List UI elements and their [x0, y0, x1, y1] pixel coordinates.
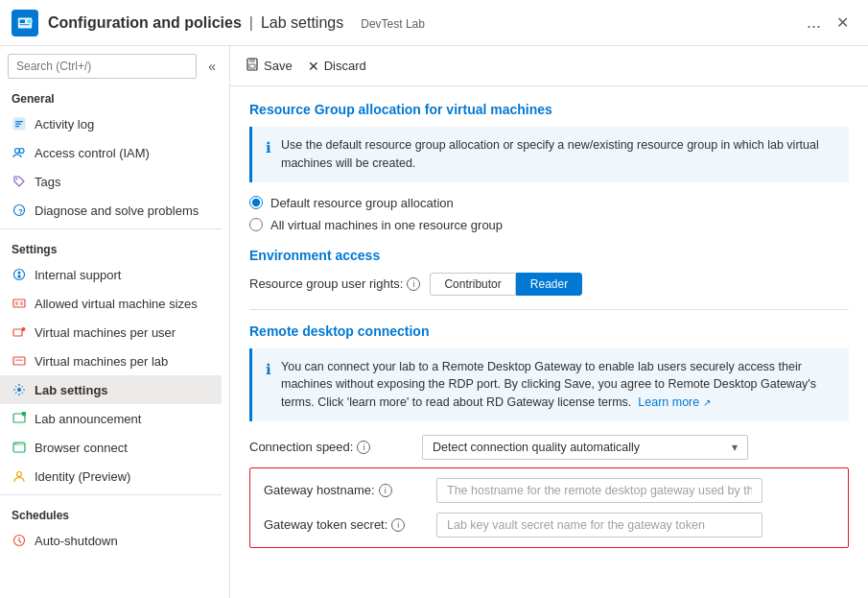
- save-label: Save: [264, 59, 293, 73]
- tags-icon: [12, 174, 27, 189]
- gateway-hostname-label: Gateway hostname: i: [264, 483, 427, 497]
- main-title: Configuration and policies: [48, 14, 242, 32]
- gateway-section: Gateway hostname: i Gateway token secret…: [249, 467, 849, 548]
- toggle-group-rights: Contributor Reader: [430, 273, 582, 296]
- sidebar-item-diagnose[interactable]: ? Diagnose and solve problems: [0, 196, 222, 225]
- svg-rect-6: [15, 124, 21, 125]
- toggle-reader[interactable]: Reader: [516, 273, 582, 296]
- learn-more-link[interactable]: Learn more ↗: [638, 395, 710, 409]
- app-body: « General Activity log Access control (I: [0, 46, 868, 598]
- app-icon: [12, 10, 38, 36]
- gateway-hostname-input[interactable]: [436, 478, 762, 503]
- svg-point-20: [22, 327, 26, 331]
- resource-group-user-rights-label: Resource group user rights: i: [249, 276, 420, 291]
- support-icon: [12, 267, 27, 282]
- remote-info-icon: ℹ: [266, 359, 271, 381]
- user-rights-info-icon: i: [407, 277, 420, 291]
- svg-point-3: [27, 18, 32, 23]
- svg-point-28: [15, 443, 17, 445]
- discard-button[interactable]: ✕ Discard: [308, 55, 366, 78]
- gateway-token-label: Gateway token secret: i: [264, 517, 427, 532]
- toggle-contributor[interactable]: Contributor: [430, 273, 515, 296]
- sidebar-item-lab-announcement-label: Lab announcement: [35, 412, 141, 426]
- save-icon: [246, 58, 259, 74]
- sidebar-item-browser-connect[interactable]: Browser connect: [0, 433, 222, 462]
- activity-icon: [12, 116, 27, 132]
- sub-title: Lab settings: [261, 14, 343, 32]
- sidebar: « General Activity log Access control (I: [0, 46, 230, 598]
- sidebar-item-allowed-vm-sizes-label: Allowed virtual machine sizes: [35, 297, 198, 311]
- connection-speed-row: Connection speed: i Detect connection qu…: [249, 435, 849, 460]
- svg-point-10: [16, 179, 18, 180]
- gateway-hostname-info-icon: i: [379, 484, 392, 497]
- lab-settings-icon: [12, 382, 27, 397]
- sidebar-item-vm-per-user[interactable]: Virtual machines per user: [0, 318, 222, 347]
- sidebar-section-schedules: Schedules: [0, 499, 222, 526]
- ellipsis-menu[interactable]: ...: [799, 12, 829, 33]
- sidebar-item-allowed-vm-sizes[interactable]: Allowed virtual machine sizes: [0, 289, 222, 318]
- remote-desktop-title: Remote desktop connection: [249, 323, 849, 339]
- sidebar-item-vm-per-lab[interactable]: Virtual machines per lab: [0, 347, 222, 375]
- radio-item-default-rg[interactable]: Default resource group allocation: [249, 196, 849, 210]
- sidebar-item-auto-shutdown-label: Auto-shutdown: [35, 534, 118, 548]
- vm-lab-icon: [12, 353, 27, 369]
- save-button[interactable]: Save: [246, 54, 293, 78]
- svg-rect-22: [15, 360, 23, 362]
- sidebar-item-tags-label: Tags: [35, 175, 60, 189]
- connection-speed-label: Connection speed: i: [249, 440, 412, 454]
- svg-point-29: [17, 472, 22, 477]
- svg-rect-16: [13, 299, 25, 307]
- info-icon: ℹ: [266, 137, 271, 159]
- sidebar-collapse-btn[interactable]: «: [202, 55, 222, 78]
- resource-group-info-text: Use the default resource group allocatio…: [281, 136, 835, 173]
- sidebar-item-access-control-label: Access control (IAM): [35, 146, 150, 160]
- sidebar-item-internal-support[interactable]: Internal support: [0, 260, 222, 289]
- sidebar-item-vm-per-user-label: Virtual machines per user: [35, 325, 176, 340]
- radio-item-all-rg[interactable]: All virtual machines in one resource gro…: [249, 218, 849, 232]
- radio-default-rg-label: Default resource group allocation: [270, 196, 454, 210]
- svg-point-13: [14, 270, 25, 280]
- environment-access-title: Environment access: [249, 248, 849, 263]
- discard-icon: ✕: [308, 59, 319, 74]
- radio-all-rg[interactable]: [249, 218, 263, 231]
- svg-rect-33: [249, 64, 255, 68]
- gateway-token-row: Gateway token secret: i: [264, 513, 834, 538]
- sidebar-item-vm-per-lab-label: Virtual machines per lab: [35, 354, 168, 369]
- sidebar-item-access-control[interactable]: Access control (IAM): [0, 138, 222, 167]
- sidebar-item-identity-preview[interactable]: Identity (Preview): [0, 462, 222, 490]
- external-link-icon: ↗: [703, 397, 711, 408]
- vm-user-icon: [12, 324, 27, 340]
- access-icon: [12, 145, 27, 160]
- sidebar-section-general: General: [0, 83, 222, 109]
- announcement-icon: [12, 411, 27, 426]
- connection-speed-dropdown[interactable]: Detect connection quality automatically …: [422, 435, 748, 460]
- resource-group-title: Resource Group allocation for virtual ma…: [249, 102, 849, 117]
- gateway-token-input[interactable]: [436, 513, 762, 538]
- toolbar: Save ✕ Discard: [230, 46, 868, 86]
- svg-rect-32: [249, 59, 255, 62]
- sidebar-item-lab-settings[interactable]: Lab settings: [0, 375, 222, 404]
- sidebar-item-lab-announcement[interactable]: Lab announcement: [0, 404, 222, 433]
- close-button[interactable]: ✕: [829, 10, 856, 36]
- svg-text:?: ?: [18, 207, 23, 216]
- svg-rect-7: [15, 126, 19, 127]
- svg-point-23: [17, 388, 21, 392]
- resource-group-user-rights-row: Resource group user rights: i Contributo…: [249, 273, 849, 296]
- shutdown-icon: [12, 533, 27, 548]
- discard-label: Discard: [324, 59, 366, 73]
- sidebar-item-tags[interactable]: Tags: [0, 167, 222, 196]
- radio-default-rg[interactable]: [249, 196, 263, 209]
- subtitle2: DevTest Lab: [361, 17, 425, 31]
- svg-rect-1: [20, 19, 25, 23]
- sidebar-item-lab-settings-label: Lab settings: [35, 383, 108, 397]
- sidebar-item-activity-log[interactable]: Activity log: [0, 109, 222, 138]
- sidebar-item-auto-shutdown[interactable]: Auto-shutdown: [0, 526, 222, 555]
- svg-point-25: [22, 412, 27, 417]
- gateway-token-info-icon: i: [391, 518, 405, 532]
- svg-rect-19: [13, 329, 22, 336]
- search-input[interactable]: [8, 54, 197, 79]
- browser-icon: [12, 440, 27, 455]
- resource-group-info-box: ℹ Use the default resource group allocat…: [249, 127, 849, 182]
- sidebar-item-browser-connect-label: Browser connect: [35, 441, 128, 455]
- remote-desktop-info-text: You can connect your lab to a Remote Des…: [281, 358, 835, 412]
